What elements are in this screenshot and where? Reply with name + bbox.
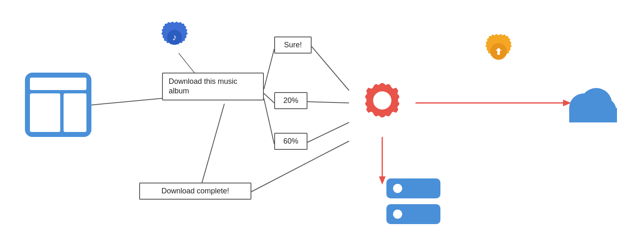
diagram-container: ♪ Download this music album Sure! 20% 60…	[0, 0, 644, 249]
download-complete-box: Download complete!	[139, 183, 251, 200]
download-album-box: Download this music album	[162, 73, 264, 100]
storage-item-1	[386, 178, 440, 198]
sure-box: Sure!	[274, 37, 312, 54]
svg-line-2	[307, 102, 349, 103]
svg-line-7	[264, 98, 274, 144]
percent-60-text: 60%	[283, 137, 298, 145]
svg-line-0	[91, 98, 162, 105]
storage-item-2	[386, 204, 440, 224]
download-complete-text: Download complete!	[161, 187, 229, 195]
sure-text: Sure!	[284, 41, 302, 49]
arrows-svg	[0, 0, 644, 249]
storage-dot-2	[393, 210, 402, 219]
browser-right-panel	[64, 93, 86, 132]
svg-line-6	[264, 93, 274, 103]
browser-app-icon	[25, 73, 91, 137]
svg-line-8	[199, 104, 224, 192]
processing-gear-icon	[349, 71, 415, 137]
download-badge-icon	[480, 33, 517, 71]
svg-point-16	[373, 91, 391, 110]
music-badge-icon: ♪	[158, 21, 191, 54]
svg-rect-23	[569, 109, 617, 114]
svg-line-3	[307, 122, 349, 142]
browser-bottom-area	[30, 93, 86, 132]
cloud-icon	[565, 81, 619, 127]
browser-top-bar	[30, 78, 86, 90]
svg-marker-12	[379, 176, 386, 185]
percent-20-text: 20%	[283, 96, 298, 105]
svg-line-13	[179, 53, 195, 74]
browser-left-panel	[30, 93, 60, 132]
svg-line-5	[264, 49, 274, 89]
percent-60-box: 60%	[274, 133, 307, 150]
percent-20-box: 20%	[274, 92, 307, 109]
svg-text:♪: ♪	[172, 32, 177, 42]
svg-line-1	[312, 46, 349, 90]
download-album-text: Download this music album	[169, 77, 237, 95]
storage-dot-1	[393, 184, 402, 193]
